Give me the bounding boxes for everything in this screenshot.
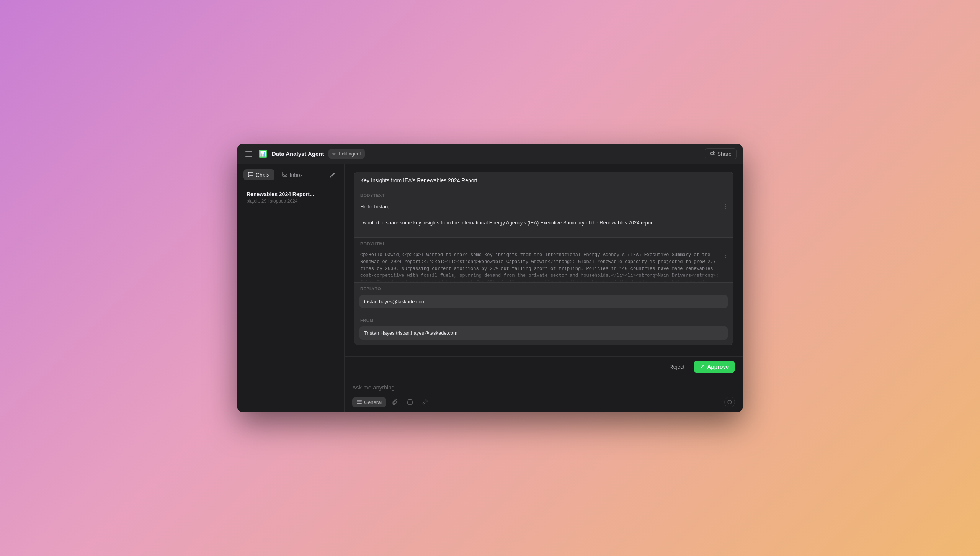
edit-agent-button[interactable]: ✏ Edit agent [328,149,365,159]
svg-point-8 [410,401,410,401]
attach-button[interactable] [390,397,401,407]
messages-area: Key Insights from IEA's Renewables 2024 … [345,164,743,356]
chats-tab-label: Chats [256,172,270,178]
from-section: FROM Tristan Hayes tristan.hayes@taskade… [354,314,733,340]
input-area: Ask me anything... General [345,377,743,412]
tools-button[interactable] [419,397,430,407]
title-bar-right: Share [705,148,737,159]
title-bar-left: 📊 Data Analyst Agent ✏ Edit agent [243,149,365,159]
agent-icon: 📊 [259,150,267,158]
svg-rect-6 [357,403,362,404]
title-bar: 📊 Data Analyst Agent ✏ Edit agent Share [237,144,743,164]
svg-rect-3 [283,172,287,177]
replyto-value: tristan.hayes@taskade.com [359,295,728,308]
content-area: Key Insights from IEA's Renewables 2024 … [345,164,743,412]
chat-input[interactable]: Ask me anything... [352,383,735,397]
svg-point-9 [728,400,732,404]
svg-rect-2 [245,156,252,157]
share-button[interactable]: Share [705,148,737,159]
tab-chats[interactable]: Chats [243,169,274,180]
bodyhtml-scroll-indicator: ⋮ [722,252,728,259]
bodyhtml-label: BODYHTML [354,238,733,248]
svg-rect-1 [245,154,252,154]
chat-item[interactable]: Renewables 2024 Report... piątek, 29 lis… [242,187,340,208]
chat-item-title: Renewables 2024 Report... [247,191,335,197]
from-label: FROM [354,314,733,324]
general-label: General [364,399,382,405]
from-value: Tristan Hayes tristan.hayes@taskade.com [359,326,728,340]
approve-checkmark-icon: ✓ [700,363,705,370]
bodytext-scroll-indicator: ⋮ [722,203,728,210]
info-button[interactable] [405,397,415,407]
svg-rect-4 [357,400,362,401]
bodytext-content: Hello Tristan, I wanted to share some ke… [354,199,733,237]
chat-list: Renewables 2024 Report... piątek, 29 lis… [237,184,344,412]
inbox-icon [282,172,287,178]
bodyhtml-section: BODYHTML <p>Hello Dawid,</p><p>I wanted … [354,237,733,282]
bodytext-label: BODYTEXT [354,189,733,199]
action-bar: Reject ✓ Approve [345,356,743,377]
sidebar: Chats Inbox [237,164,345,412]
main-layout: Chats Inbox [237,164,743,412]
general-button[interactable]: General [352,397,386,407]
tab-inbox[interactable]: Inbox [278,169,307,180]
email-card: Key Insights from IEA's Renewables 2024 … [354,172,733,345]
sidebar-tabs: Chats Inbox [237,164,344,184]
chat-bubble-icon [248,172,253,178]
reject-button[interactable]: Reject [665,361,689,372]
compose-button[interactable] [327,170,338,180]
bodytext-section: BODYTEXT Hello Tristan, I wanted to shar… [354,189,733,237]
approve-label: Approve [707,364,729,370]
svg-rect-0 [245,151,252,152]
share-icon [710,150,715,157]
input-toolbar: General [352,397,735,407]
email-subject: Key Insights from IEA's Renewables 2024 … [354,172,733,189]
email-subject-text: Key Insights from IEA's Renewables 2024 … [360,177,477,183]
bodyhtml-content: <p>Hello Dawid,</p><p>I wanted to share … [354,248,733,282]
share-label: Share [717,151,732,157]
replyto-section: REPLYTO tristan.hayes@taskade.com [354,282,733,308]
replyto-label: REPLYTO [354,283,733,293]
send-button[interactable] [724,397,735,407]
svg-rect-5 [357,401,362,402]
general-icon [357,399,362,405]
edit-agent-label: Edit agent [338,151,361,157]
app-window: 📊 Data Analyst Agent ✏ Edit agent Share [237,144,743,412]
sidebar-toggle-button[interactable] [243,149,254,159]
agent-title: Data Analyst Agent [272,150,324,157]
approve-button[interactable]: ✓ Approve [694,361,735,373]
pencil-icon: ✏ [332,151,336,157]
inbox-tab-label: Inbox [290,172,303,178]
chat-item-date: piątek, 29 listopada 2024 [247,198,335,204]
